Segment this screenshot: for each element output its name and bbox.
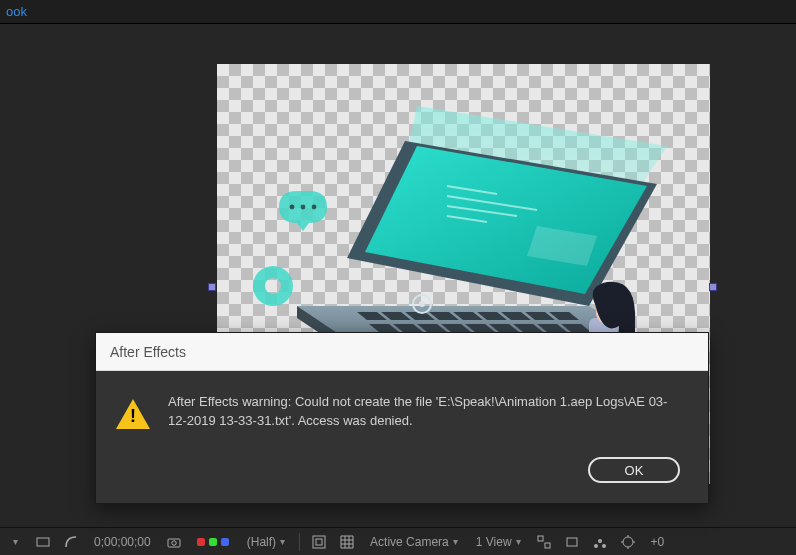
svg-point-48 (419, 301, 425, 307)
svg-marker-21 (393, 324, 423, 332)
svg-marker-28 (561, 324, 591, 332)
selection-handle-right[interactable] (709, 283, 717, 291)
svg-line-3 (447, 186, 497, 194)
svg-marker-17 (501, 312, 531, 320)
svg-point-54 (312, 205, 317, 210)
warning-icon: ! (116, 397, 150, 431)
svg-point-66 (623, 537, 633, 547)
snapshot-icon[interactable] (165, 533, 183, 551)
svg-line-6 (447, 216, 487, 222)
svg-point-47 (413, 295, 431, 313)
warning-dialog: After Effects ! After Effects warning: C… (95, 332, 709, 504)
svg-point-53 (301, 205, 306, 210)
mask-path-icon[interactable] (62, 533, 80, 551)
resolution-dropdown[interactable]: (Half) ▾ (243, 535, 289, 549)
svg-point-65 (602, 544, 606, 548)
svg-marker-24 (465, 324, 495, 332)
dialog-footer: OK (96, 447, 708, 503)
svg-point-63 (594, 544, 598, 548)
picker-icon[interactable] (535, 533, 553, 551)
resolution-box-icon[interactable] (34, 533, 52, 551)
svg-rect-58 (313, 536, 325, 548)
region-toggle-icon[interactable] (310, 533, 328, 551)
viewer-footer-bar: ▾ 0;00;00;00 (Half) ▾ Active Camera ▾ 1 … (0, 527, 796, 555)
timecode-display[interactable]: 0;00;00;00 (90, 535, 155, 549)
menu-item-partial[interactable]: ook (6, 4, 27, 19)
dialog-message: After Effects warning: Could not create … (168, 393, 688, 431)
svg-rect-61 (545, 543, 550, 548)
view-label: 1 View (476, 535, 512, 549)
svg-marker-13 (405, 312, 435, 320)
dialog-body: ! After Effects warning: Could not creat… (96, 371, 708, 447)
selection-handle-left[interactable] (208, 283, 216, 291)
svg-marker-18 (525, 312, 555, 320)
svg-marker-15 (453, 312, 483, 320)
resolution-label: (Half) (247, 535, 276, 549)
svg-point-50 (596, 299, 622, 325)
svg-marker-7 (527, 226, 597, 266)
exposure-value[interactable]: +0 (647, 535, 669, 549)
ok-button[interactable]: OK (588, 457, 680, 483)
svg-marker-20 (369, 324, 399, 332)
svg-rect-56 (168, 539, 180, 547)
view-dropdown[interactable]: 1 View ▾ (472, 535, 525, 549)
divider (299, 533, 300, 551)
svg-marker-22 (417, 324, 447, 332)
svg-line-5 (447, 206, 517, 216)
svg-marker-25 (489, 324, 519, 332)
svg-rect-60 (538, 536, 543, 541)
magnify-dropdown-icon[interactable]: ▾ (6, 533, 24, 551)
svg-marker-1 (347, 141, 657, 306)
top-menu-bar: ook (0, 0, 796, 24)
camera-label: Active Camera (370, 535, 449, 549)
svg-marker-0 (392, 106, 667, 276)
exposure-icon[interactable] (619, 533, 637, 551)
fast-preview-icon[interactable] (591, 533, 609, 551)
svg-point-64 (598, 539, 602, 543)
timecode-value: 0;00;00;00 (94, 535, 151, 549)
svg-rect-59 (316, 539, 322, 545)
svg-marker-27 (537, 324, 567, 332)
svg-marker-12 (381, 312, 411, 320)
svg-marker-19 (549, 312, 579, 320)
camera-dropdown[interactable]: Active Camera ▾ (366, 535, 462, 549)
svg-marker-14 (429, 312, 459, 320)
svg-rect-62 (567, 538, 577, 546)
channel-toggles[interactable] (193, 538, 233, 546)
svg-marker-26 (513, 324, 543, 332)
svg-point-57 (172, 540, 176, 544)
pixel-aspect-icon[interactable] (563, 533, 581, 551)
svg-marker-16 (477, 312, 507, 320)
svg-marker-2 (365, 146, 647, 294)
svg-line-4 (447, 196, 537, 210)
dialog-title-bar[interactable]: After Effects (96, 333, 708, 371)
exposure-readout: +0 (651, 535, 665, 549)
svg-marker-23 (441, 324, 471, 332)
svg-marker-11 (357, 312, 387, 320)
svg-point-52 (290, 205, 295, 210)
grid-toggle-icon[interactable] (338, 533, 356, 551)
svg-rect-55 (37, 538, 49, 546)
dialog-title-text: After Effects (110, 344, 186, 360)
